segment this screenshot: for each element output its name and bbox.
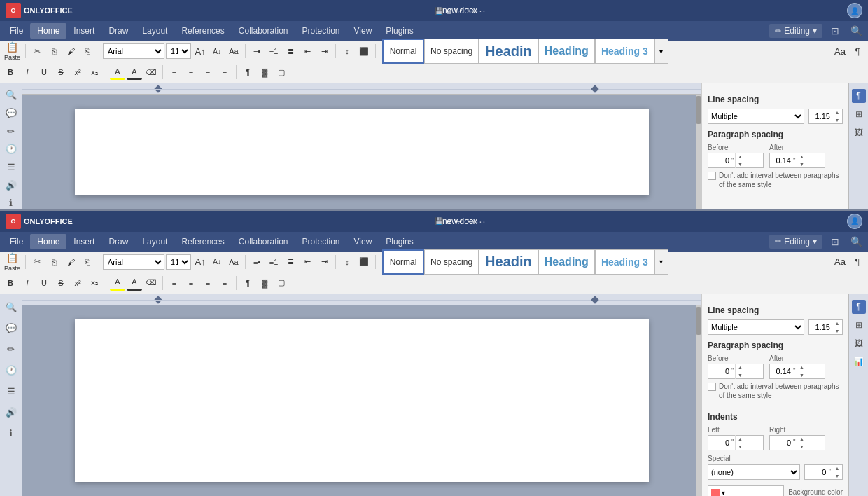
menu-collaboration-1[interactable]: Collaboration	[232, 23, 295, 39]
before-up-1[interactable]: ▲	[736, 153, 746, 160]
far-right-image-1[interactable]: 🖼	[852, 125, 866, 139]
before-field-2[interactable]: " ▲ ▼	[708, 364, 764, 379]
tb-bold-2[interactable]: B	[3, 275, 18, 291]
tb-subscript-1[interactable]: x₂	[87, 64, 102, 80]
tb-clone-1[interactable]: ⎗	[80, 43, 95, 59]
editing-btn-2[interactable]: ✏ Editing ▾	[769, 235, 822, 249]
after-input-2[interactable]	[770, 367, 792, 376]
dont-add-checkbox-1[interactable]	[708, 172, 716, 180]
tb-align-center-1[interactable]: ≡	[183, 64, 199, 80]
right-field-2[interactable]: " ▲ ▼	[769, 435, 825, 450]
tb-strikethrough-2[interactable]: S	[53, 275, 69, 291]
menu-draw-1[interactable]: Draw	[102, 23, 135, 39]
after-down-1[interactable]: ▼	[797, 160, 807, 168]
tb-decrease-font-1[interactable]: A↓	[209, 43, 225, 59]
before-input-2[interactable]	[708, 367, 731, 376]
sidebar-list-2[interactable]: ☰	[4, 384, 19, 399]
tb-numbered-2[interactable]: ≡1	[266, 254, 281, 270]
line-spacing-value-1[interactable]: ▲ ▼	[808, 109, 843, 124]
left-up-2[interactable]: ▲	[736, 435, 746, 443]
style-h3-1[interactable]: Heading 3	[595, 39, 654, 64]
tb-strikethrough-1[interactable]: S	[53, 64, 69, 80]
sidebar-info-1[interactable]: ℹ	[4, 197, 19, 209]
tb-case-1[interactable]: Aa	[226, 43, 241, 59]
tb-bullets-1[interactable]: ≡•	[249, 43, 265, 59]
sidebar-info-2[interactable]: ℹ	[4, 426, 19, 441]
tb-align-left-1[interactable]: ≡	[167, 64, 182, 80]
style-h2-1[interactable]: Heading	[538, 39, 595, 64]
tb-align-center-2[interactable]: ≡	[183, 275, 199, 291]
sidebar-comments-2[interactable]: 💬	[4, 321, 19, 336]
right-input-2[interactable]	[770, 439, 792, 447]
before-down-1[interactable]: ▼	[736, 160, 746, 168]
menu-references-1[interactable]: References	[174, 23, 231, 39]
after-input-1[interactable]	[770, 156, 792, 165]
after-up-2[interactable]: ▲	[797, 364, 807, 371]
after-up-1[interactable]: ▲	[797, 153, 807, 160]
tb-decrease-indent-2[interactable]: ⇤	[300, 254, 315, 270]
tb-clear-format-1[interactable]: ⌫	[144, 64, 159, 80]
tb-para-marks-2[interactable]: ¶	[850, 254, 865, 270]
left-down-2[interactable]: ▼	[736, 443, 746, 450]
sidebar-speaker-2[interactable]: 🔊	[4, 405, 19, 420]
tb-increase-indent-2[interactable]: ⇥	[316, 254, 332, 270]
menu-home-1[interactable]: Home	[30, 23, 66, 39]
line-spacing-type-1[interactable]: Multiple	[708, 109, 804, 124]
sidebar-history-1[interactable]: 🕐	[4, 143, 19, 156]
tb-change-style-2[interactable]: Aa	[832, 254, 848, 270]
tb-bold-1[interactable]: B	[3, 64, 18, 80]
doc-container-1[interactable]	[22, 95, 701, 209]
style-h2-2[interactable]: Heading	[538, 249, 595, 275]
tb-highlight-2[interactable]: A	[110, 275, 125, 291]
tb-line-spacing-1[interactable]: ↕	[340, 43, 355, 59]
sidebar-nav-2[interactable]: 🔍	[4, 300, 19, 315]
right-down-2[interactable]: ▼	[797, 443, 807, 450]
style-normal-1[interactable]: Normal	[382, 39, 424, 64]
tb-format-painter-1[interactable]: 🖌	[63, 43, 78, 59]
tb-justify-2[interactable]: ≡	[217, 275, 232, 291]
search-btn-2[interactable]: 🔍	[848, 233, 865, 250]
tb-clear-format-2[interactable]: ⌫	[144, 275, 159, 291]
special-value-2[interactable]: " ▲ ▼	[804, 464, 843, 480]
menu-protection-1[interactable]: Protection	[295, 23, 347, 39]
before-up-2[interactable]: ▲	[736, 364, 746, 371]
tb-font-color-1[interactable]: A	[127, 64, 142, 80]
tb-subscript-2[interactable]: x₂	[87, 275, 102, 291]
menu-file-2[interactable]: File	[3, 234, 30, 249]
menu-references-2[interactable]: References	[174, 234, 231, 249]
font-select-1[interactable]: Arial	[103, 43, 164, 59]
style-more-2[interactable]: ▾	[654, 249, 668, 275]
style-h1-2[interactable]: Headin	[479, 249, 538, 275]
far-right-table-2[interactable]: ⊞	[852, 318, 866, 332]
tb-copy-1[interactable]: ⎘	[46, 43, 62, 59]
tb-change-style-1[interactable]: Aa	[832, 43, 848, 59]
scrollbar-1[interactable]	[696, 95, 701, 209]
tb-line-spacing-2[interactable]: ↕	[340, 254, 355, 270]
menu-layout-1[interactable]: Layout	[135, 23, 174, 39]
special-up-2[interactable]: ▲	[832, 464, 842, 472]
before-down-2[interactable]: ▼	[736, 371, 746, 379]
tb-cut-1[interactable]: ✂	[29, 43, 45, 59]
tb-para-marks-1[interactable]: ¶	[850, 43, 865, 59]
left-input-2[interactable]	[708, 439, 731, 447]
tb-bg-color-1[interactable]: ⬛	[356, 43, 372, 59]
tb-italic-1[interactable]: I	[20, 64, 35, 80]
menu-protection-2[interactable]: Protection	[295, 234, 347, 249]
menu-plugins-1[interactable]: Plugins	[379, 23, 420, 39]
line-spacing-up-2[interactable]: ▲	[832, 319, 842, 327]
sidebar-speaker-1[interactable]: 🔊	[4, 179, 19, 191]
tb-bg-color-2[interactable]: ⬛	[356, 254, 372, 270]
style-nospace-1[interactable]: No spacing	[424, 39, 479, 64]
tb-align-left-2[interactable]: ≡	[167, 275, 182, 291]
before-field-1[interactable]: " ▲ ▼	[708, 153, 764, 168]
tb-border-1[interactable]: ▢	[274, 64, 289, 80]
tb-align-right-1[interactable]: ≡	[200, 64, 216, 80]
editing-btn-1[interactable]: ✏ Editing ▾	[769, 24, 822, 38]
tb-italic-2[interactable]: I	[20, 275, 35, 291]
tb-copy-2[interactable]: ⎘	[46, 254, 62, 270]
tb-justify-1[interactable]: ≡	[217, 64, 232, 80]
left-field-2[interactable]: " ▲ ▼	[708, 435, 764, 450]
after-field-2[interactable]: " ▲ ▼	[769, 364, 825, 379]
after-field-1[interactable]: " ▲ ▼	[769, 153, 825, 168]
style-more-1[interactable]: ▾	[654, 39, 668, 64]
